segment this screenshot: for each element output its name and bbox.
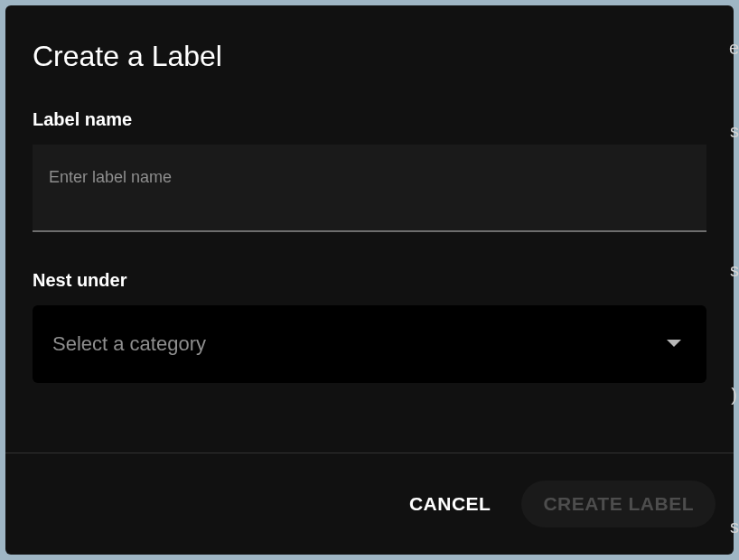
label-name-input[interactable] <box>33 145 706 232</box>
category-select[interactable]: Select a category <box>33 305 706 383</box>
label-name-label: Label name <box>33 109 706 130</box>
modal-content: Create a Label Label name Nest under Sel… <box>5 5 734 453</box>
create-label-button[interactable]: CREATE LABEL <box>521 481 716 527</box>
cancel-button[interactable]: CANCEL <box>393 482 508 526</box>
modal-footer: CANCEL CREATE LABEL <box>5 453 734 555</box>
category-select-wrapper: Select a category <box>33 305 706 383</box>
nest-under-field-group: Nest under Select a category <box>33 270 706 383</box>
create-label-modal: e s s ) s Create a Label Label name Nest… <box>5 5 734 555</box>
nest-under-label: Nest under <box>33 270 706 291</box>
label-name-field-group: Label name <box>33 109 706 232</box>
modal-title: Create a Label <box>33 40 706 73</box>
